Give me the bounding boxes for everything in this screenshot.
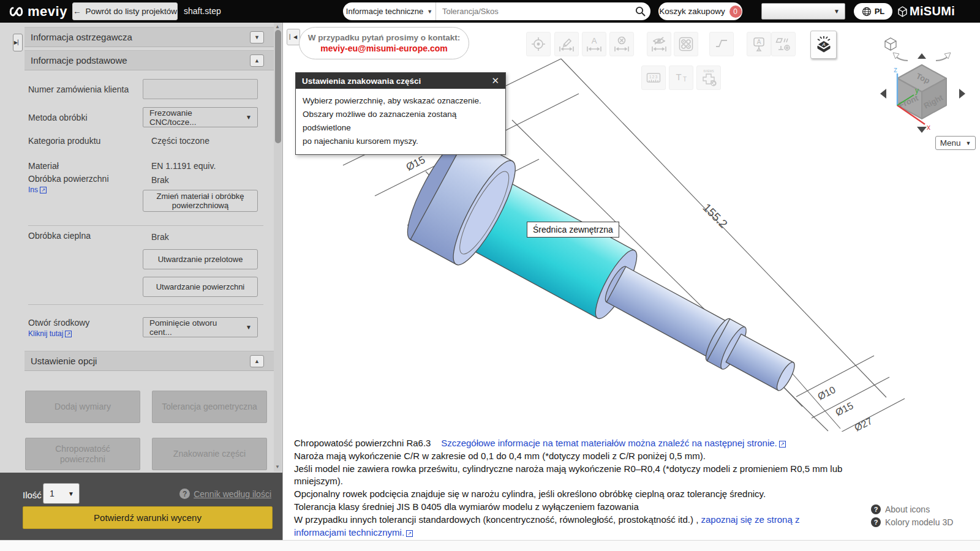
surface-treatment-value: Brak bbox=[151, 175, 169, 185]
material-value: EN 1.1191 equiv. bbox=[151, 161, 216, 171]
search-bar: Informacje techniczne ▼ bbox=[343, 2, 650, 20]
sidebar: ▶▏ Informacja ostrzegawcza ▼ Informacje … bbox=[0, 23, 283, 540]
rotate-up-icon[interactable] bbox=[918, 53, 926, 59]
part-marking-button[interactable]: Znakowanie części bbox=[152, 438, 267, 470]
dim-neck-diameter: Ø15 bbox=[404, 154, 427, 173]
text-dimension-tool[interactable]: A bbox=[582, 32, 606, 56]
tooltip-line: po najechaniu kursorem myszy. bbox=[303, 135, 499, 148]
contact-bubble: W przypadku pytań prosimy o kontakt: mev… bbox=[299, 27, 469, 59]
center-hole-select[interactable]: Pominięcie otworu cent... ▼ bbox=[143, 317, 258, 337]
6views-icon: 6VIEWS bbox=[699, 69, 718, 87]
shaft-model[interactable] bbox=[398, 129, 818, 430]
rotate-left-arrow[interactable] bbox=[895, 56, 908, 61]
back-to-projects-button[interactable]: ← Powrót do listy projektów bbox=[72, 2, 178, 20]
text-annotation-tool[interactable]: TT bbox=[669, 66, 693, 90]
surface-hover-tooltip: Średnica zewnętrzna bbox=[527, 222, 619, 238]
marking-target-tool[interactable] bbox=[526, 32, 551, 56]
geometric-tolerance-tool[interactable] bbox=[771, 32, 796, 56]
view-cube[interactable]: Top Front Right z x y bbox=[870, 32, 980, 145]
pencil-dimension-icon bbox=[559, 36, 575, 52]
contact-email-link[interactable]: meviy-eu@misumi-europe.com bbox=[300, 43, 469, 53]
geometric-tolerance-button[interactable]: Tolerancja geometryczna bbox=[152, 391, 267, 423]
section-warning-info[interactable]: Informacja ostrzegawcza ▼ bbox=[24, 27, 274, 47]
sidebar-scrollbar[interactable]: ▲ ▼ bbox=[274, 23, 282, 471]
close-icon[interactable]: ✕ bbox=[491, 75, 499, 86]
search-icon[interactable] bbox=[630, 6, 650, 17]
topbar: meviy ← Powrót do listy projektów shaft.… bbox=[0, 0, 980, 23]
viewer-menu-button[interactable]: Menu ▼ bbox=[935, 136, 976, 150]
quantity-select[interactable]: 1 ▼ bbox=[43, 483, 80, 504]
language-button[interactable]: PL bbox=[854, 3, 892, 20]
eye-off-dimension-icon bbox=[651, 36, 667, 52]
svg-text:A: A bbox=[592, 36, 597, 45]
ins-link[interactable]: Ins↗ bbox=[28, 186, 47, 194]
part-marking-tool-active[interactable]: A bbox=[810, 31, 837, 59]
tooltip-line: Wybierz powierzchnię, aby wskazać oznacz… bbox=[303, 94, 499, 108]
svg-text:T: T bbox=[676, 72, 681, 82]
surface-hardening-button[interactable]: Utwardzanie powierzchni bbox=[143, 277, 258, 297]
chevron-down-icon: ▼ bbox=[246, 324, 252, 331]
change-material-button[interactable]: Zmień materiał i obróbkę powierzchniową bbox=[143, 190, 258, 212]
numeric-dimension-tool[interactable]: 123 bbox=[641, 66, 666, 90]
through-hardening-button[interactable]: Utwardzanie przelotowe bbox=[143, 249, 258, 269]
collapse-toggle-down-icon[interactable]: ▼ bbox=[250, 31, 264, 43]
collapse-toggle-up-icon[interactable]: ▲ bbox=[250, 54, 264, 67]
confirm-quote-button[interactable]: Potwierdź warunki wyceny bbox=[23, 506, 273, 529]
account-select[interactable]: ▼ bbox=[761, 3, 845, 20]
hide-dimension-tool[interactable] bbox=[647, 32, 671, 56]
section-basic-info[interactable]: Informacje podstawowe ▲ bbox=[24, 50, 274, 70]
ruler-123-icon: 123 bbox=[646, 70, 662, 86]
note-text: Chropowatość powierzchni Ra6.3 bbox=[294, 438, 431, 448]
rotate-east-icon[interactable] bbox=[959, 89, 965, 99]
misumi-logo[interactable]: MiSUMi bbox=[898, 4, 955, 18]
chevron-down-icon: ▼ bbox=[427, 9, 432, 15]
six-views-tool[interactable]: 6VIEWS bbox=[696, 66, 721, 90]
tooltip-line: Obszary możliwe do zaznaczenia zostaną p… bbox=[303, 108, 499, 135]
cube-icon[interactable] bbox=[885, 38, 896, 50]
hole-group-tool[interactable] bbox=[674, 32, 698, 56]
about-icons-link[interactable]: ? About icons bbox=[871, 504, 953, 514]
misumi-logo-icon bbox=[898, 6, 907, 17]
scroll-up-icon[interactable]: ▲ bbox=[275, 24, 280, 29]
search-input[interactable] bbox=[436, 7, 630, 16]
add-dimensions-button[interactable]: Dodaj wymiary bbox=[25, 391, 140, 423]
surface-finish-tool[interactable] bbox=[709, 32, 734, 56]
x-axis-label: x bbox=[927, 123, 930, 132]
question-icon: ? bbox=[179, 489, 190, 499]
rotate-right-arrow[interactable] bbox=[936, 56, 948, 61]
tooltip-title: Ustawienia znakowania części bbox=[302, 77, 421, 86]
stamp-marking-icon: A bbox=[815, 36, 832, 54]
svg-text:123: 123 bbox=[649, 75, 658, 79]
canvas-collapse-handle[interactable]: ▏◀ bbox=[287, 29, 300, 45]
category-value: Części toczone bbox=[151, 136, 209, 146]
edit-dimension-tool[interactable] bbox=[554, 32, 579, 56]
method-select[interactable]: Frezowanie CNC/tocze... ▼ bbox=[143, 107, 258, 127]
surface-roughness-button[interactable]: Chropowatość powierzchni bbox=[25, 438, 140, 470]
back-arrow-icon: ← bbox=[73, 7, 81, 16]
meviy-logo[interactable]: meviy bbox=[9, 2, 67, 21]
technical-notes: Chropowatość powierzchni Ra6.3 Szczegóło… bbox=[294, 437, 853, 539]
scrollbar-thumb[interactable] bbox=[275, 30, 281, 143]
search-category-select[interactable]: Informacje techniczne ▼ bbox=[343, 2, 436, 20]
scroll-down-icon[interactable]: ▼ bbox=[275, 464, 280, 470]
cart-button[interactable]: Koszyk zakupowy 0 bbox=[658, 2, 742, 20]
order-number-input[interactable] bbox=[143, 79, 258, 99]
viewer-canvas[interactable]: Ø33 Ø15 155.2 Ø10 Ø15 Ø27 ▏◀ W przypadku… bbox=[283, 23, 980, 540]
rotate-west-icon[interactable] bbox=[880, 89, 886, 99]
model-colors-link[interactable]: ? Kolory modelu 3D bbox=[871, 517, 953, 527]
materials-info-link[interactable]: Szczegółowe informacje na temat materiał… bbox=[441, 438, 786, 448]
datum-icon: A bbox=[751, 36, 767, 52]
letter-dimension-icon: A bbox=[586, 36, 602, 52]
sidebar-collapse-handle[interactable]: ▶▏ bbox=[13, 34, 23, 51]
center-hole-link[interactable]: Kliknij tutaj↗ bbox=[28, 329, 72, 338]
chevron-down-icon: ▼ bbox=[965, 140, 971, 146]
rotate-down-icon[interactable] bbox=[917, 127, 927, 133]
delete-dimension-tool[interactable] bbox=[609, 32, 634, 56]
dim-overall-length: 155.2 bbox=[700, 201, 729, 230]
external-link-icon: ↗ bbox=[779, 441, 786, 448]
section-option-settings[interactable]: Ustawienie opcji ▲ bbox=[24, 351, 274, 371]
datum-tool[interactable]: A bbox=[747, 32, 771, 56]
pricing-by-quantity-link[interactable]: ? Cennik według ilości bbox=[179, 489, 271, 499]
remove-dimension-icon bbox=[614, 36, 630, 52]
collapse-toggle-up-icon[interactable]: ▲ bbox=[250, 355, 264, 367]
